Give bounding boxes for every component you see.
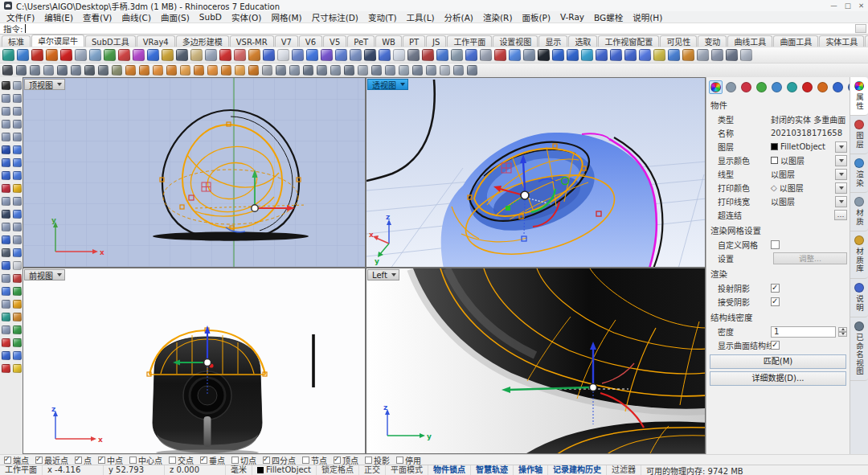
ribbon-tab[interactable]: PT <box>403 35 425 47</box>
tool-icon[interactable] <box>13 261 22 270</box>
chevron-down-icon[interactable] <box>57 83 62 86</box>
tool-icon[interactable] <box>2 223 10 231</box>
tool-icon[interactable] <box>2 184 10 193</box>
checkbox[interactable] <box>129 457 137 464</box>
ribbon-tab[interactable]: SubD工具 <box>85 35 136 47</box>
checkbox[interactable] <box>4 457 11 464</box>
left-view-canvas[interactable]: z y <box>366 268 706 454</box>
command-options-icon[interactable] <box>855 24 866 33</box>
tool-icon[interactable] <box>30 65 40 76</box>
tool-icon[interactable] <box>303 65 313 76</box>
tool-icon[interactable] <box>235 65 245 76</box>
tool-icon[interactable] <box>2 326 10 334</box>
spin-down-icon[interactable] <box>838 332 847 337</box>
tool-icon[interactable] <box>2 120 10 129</box>
chevron-down-icon[interactable] <box>57 273 62 276</box>
ribbon-tab[interactable]: VRay4 <box>137 35 175 47</box>
status-toggle[interactable]: 智慧轨迹 <box>471 465 514 475</box>
print-color-dropdown[interactable] <box>835 182 847 194</box>
tool-icon[interactable] <box>13 81 22 90</box>
ribbon-tab[interactable]: VSR-MR <box>230 35 274 47</box>
cast-shadows-checkbox[interactable] <box>771 284 780 293</box>
hyperlink-browse-button[interactable]: … <box>834 210 847 220</box>
tool-icon[interactable] <box>112 65 122 76</box>
viewport-left[interactable]: Left <box>366 268 706 454</box>
tool-icon[interactable] <box>2 145 10 154</box>
minimize-button[interactable]: — <box>830 2 837 10</box>
viewport-front[interactable]: 前视图 <box>23 268 366 454</box>
checkbox[interactable] <box>75 457 82 464</box>
status-toggle[interactable]: 正交 <box>359 465 386 475</box>
tool-icon[interactable] <box>371 65 382 76</box>
tool-icon[interactable] <box>13 94 22 103</box>
ribbon-tab[interactable]: 选取 <box>568 35 597 47</box>
layer-dropdown[interactable] <box>835 141 847 153</box>
menu-item[interactable]: 说明(H) <box>628 11 667 23</box>
menu-item[interactable]: 实体(O) <box>227 11 266 23</box>
tool-icon[interactable] <box>46 49 58 61</box>
tool-icon[interactable] <box>207 65 218 76</box>
tool-icon[interactable] <box>194 65 204 76</box>
maximize-button[interactable]: □ <box>845 2 851 10</box>
tool-icon[interactable] <box>538 49 550 61</box>
tool-icon[interactable] <box>407 49 420 61</box>
tool-icon[interactable] <box>399 65 409 76</box>
tool-icon[interactable] <box>13 184 22 193</box>
adjust-mesh-button[interactable]: 调整... <box>773 252 847 264</box>
tool-icon[interactable] <box>57 65 68 76</box>
tool-icon[interactable] <box>624 49 637 61</box>
menu-item[interactable]: 查看(V) <box>78 11 117 23</box>
tool-icon[interactable] <box>2 158 10 167</box>
tool-icon[interactable] <box>13 351 22 360</box>
tool-icon[interactable] <box>17 49 29 61</box>
tool-icon[interactable] <box>436 49 448 61</box>
tool-icon[interactable] <box>219 49 231 61</box>
current-layer-chip[interactable]: FilletObject <box>252 465 317 475</box>
tool-icon[interactable] <box>162 49 174 61</box>
tool-icon[interactable] <box>385 65 395 76</box>
side-tab[interactable]: 说明 <box>850 279 868 317</box>
front-view-canvas[interactable]: z x <box>23 268 366 454</box>
tool-icon[interactable] <box>2 107 10 116</box>
tool-icon[interactable] <box>13 158 22 167</box>
tool-icon[interactable] <box>2 197 10 206</box>
menu-item[interactable]: 曲线(C) <box>117 11 156 23</box>
tool-icon[interactable] <box>426 65 436 76</box>
tool-icon[interactable] <box>440 65 450 76</box>
menu-item[interactable]: 分析(A) <box>440 11 478 23</box>
tool-icon[interactable] <box>13 248 22 257</box>
command-line[interactable]: 指令: <box>0 23 868 35</box>
perspective-view-canvas[interactable]: z x y <box>366 78 706 268</box>
tool-icon[interactable] <box>509 49 521 61</box>
details-button[interactable]: 详细数据(D)... <box>710 371 846 386</box>
viewport-perspective-label[interactable]: 透视图 <box>367 79 408 90</box>
side-tab[interactable]: 材质 <box>850 193 868 231</box>
ribbon-tab[interactable]: 标准 <box>2 35 31 47</box>
tool-icon[interactable] <box>2 313 10 321</box>
status-toggle[interactable]: 过滤器 <box>607 465 641 475</box>
tool-icon[interactable] <box>567 49 579 61</box>
tool-icon[interactable] <box>13 145 22 154</box>
units-label[interactable]: 毫米 <box>226 465 252 475</box>
tool-icon[interactable] <box>393 49 405 61</box>
checkbox[interactable] <box>35 457 43 464</box>
ribbon-tab[interactable]: 工作视窗配置 <box>598 35 659 47</box>
tool-icon[interactable] <box>16 65 27 76</box>
properties-tab-icon[interactable] <box>800 80 814 94</box>
status-toggle[interactable]: 平面模式 <box>386 465 428 475</box>
ribbon-tab[interactable]: 多边形建模 <box>176 35 229 47</box>
tool-icon[interactable] <box>2 351 10 360</box>
status-toggle[interactable]: 锁定格点 <box>317 465 359 475</box>
tool-icon[interactable] <box>350 49 362 61</box>
viewport-front-label[interactable]: 前视图 <box>24 269 65 280</box>
viewport-top-label[interactable]: 顶视图 <box>24 79 65 90</box>
tool-icon[interactable] <box>726 49 738 61</box>
tool-icon[interactable] <box>125 65 136 76</box>
tool-icon[interactable] <box>13 313 22 321</box>
side-tab[interactable]: 材质库 <box>850 231 868 279</box>
tool-icon[interactable] <box>306 49 318 61</box>
tool-icon[interactable] <box>180 65 190 76</box>
properties-tab-icon[interactable] <box>785 80 799 94</box>
menu-item[interactable]: V-Ray <box>555 12 589 22</box>
menu-item[interactable]: 曲面(S) <box>156 11 194 23</box>
